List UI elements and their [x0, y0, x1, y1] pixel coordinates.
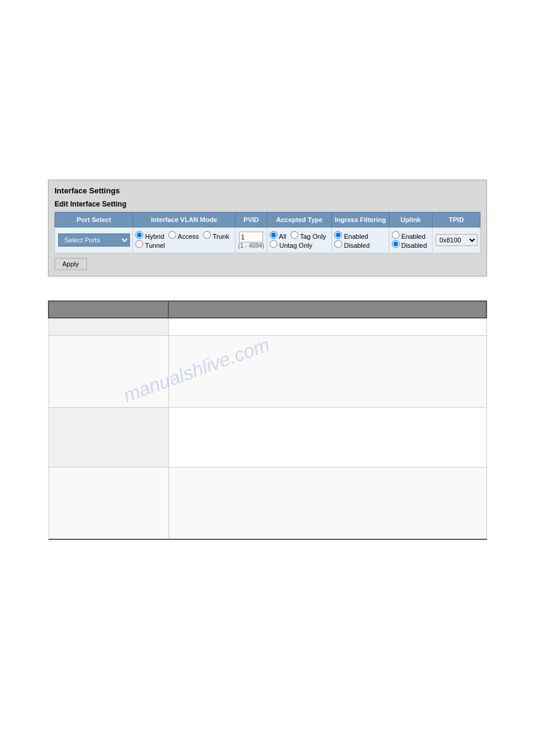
- pvid-range: (1 - 4094): [238, 242, 264, 249]
- vlan-trunk-radio[interactable]: [203, 231, 211, 239]
- row1-col1: [49, 318, 168, 336]
- ingress-enabled-radio[interactable]: [334, 231, 342, 239]
- accepted-tagonly-radio[interactable]: [291, 231, 298, 239]
- ingress-disabled-radio[interactable]: [334, 240, 342, 248]
- accepted-untagonly-label[interactable]: Untag Only: [270, 242, 312, 249]
- row3-col2: [168, 408, 486, 467]
- accepted-untagonly-radio[interactable]: [270, 240, 277, 248]
- table-row: [49, 408, 486, 467]
- ingress-disabled-label[interactable]: Disabled: [334, 242, 370, 249]
- apply-button[interactable]: Apply: [55, 258, 87, 270]
- table-row: Select Ports Hybrid Access: [55, 227, 480, 253]
- uplink-radio-group: Enabled Disabled: [392, 231, 430, 249]
- table-row: [49, 318, 486, 336]
- table-row: [49, 467, 486, 539]
- vlan-hybrid-label[interactable]: Hybrid: [135, 233, 166, 240]
- vlan-access-radio[interactable]: [168, 231, 176, 239]
- vlan-tunnel-radio[interactable]: [135, 240, 143, 248]
- uplink-enabled-radio[interactable]: [392, 231, 400, 239]
- vlan-mode-radio-group: Hybrid Access Trunk Tunnel: [135, 231, 232, 249]
- accepted-all-radio[interactable]: [270, 231, 277, 239]
- tpid-cell: 0x8100 0x88A8 0x9100: [433, 227, 480, 253]
- pvid-cell: (1 - 4094): [235, 227, 267, 253]
- settings-table: Port Select Interface VLAN Mode PVID Acc…: [55, 212, 480, 253]
- col-uplink: Uplink: [389, 212, 433, 227]
- table-row: [49, 336, 486, 408]
- interface-settings-title: Interface Settings: [55, 186, 480, 195]
- accepted-tagonly-label[interactable]: Tag Only: [291, 233, 326, 240]
- bottom-table-col2-header: [168, 301, 486, 318]
- port-select-cell: Select Ports: [55, 227, 133, 253]
- ingress-enabled-label[interactable]: Enabled: [334, 233, 368, 240]
- col-ingress-filtering: Ingress Filtering: [332, 212, 389, 227]
- row4-col2: [168, 467, 486, 539]
- interface-settings-box: Interface Settings Edit Interface Settin…: [48, 180, 487, 277]
- col-vlan-mode: Interface VLAN Mode: [133, 212, 235, 227]
- uplink-disabled-label[interactable]: Disabled: [392, 242, 427, 249]
- vlan-hybrid-radio[interactable]: [135, 231, 143, 239]
- bottom-table-container: [48, 300, 487, 540]
- row4-col1: [49, 467, 168, 539]
- select-ports-dropdown[interactable]: Select Ports: [58, 233, 130, 247]
- col-pvid: PVID: [235, 212, 267, 227]
- vlan-trunk-label[interactable]: Trunk: [203, 233, 229, 240]
- uplink-cell: Enabled Disabled: [389, 227, 433, 253]
- pvid-input[interactable]: [239, 232, 263, 242]
- col-tpid: TPID: [433, 212, 480, 227]
- row2-col1: [49, 336, 168, 408]
- uplink-disabled-radio[interactable]: [392, 240, 400, 248]
- col-accepted-type: Accepted Type: [267, 212, 332, 227]
- row2-col2: [168, 336, 486, 408]
- vlan-access-label[interactable]: Access: [168, 233, 201, 240]
- tpid-select[interactable]: 0x8100 0x88A8 0x9100: [436, 234, 477, 246]
- row1-col2: [168, 318, 486, 336]
- accepted-type-cell: All Tag Only Untag Only: [267, 227, 332, 253]
- bottom-table-col1-header: [49, 301, 168, 318]
- ingress-radio-group: Enabled Disabled: [334, 231, 386, 249]
- accepted-type-radio-group: All Tag Only Untag Only: [270, 231, 329, 249]
- col-port-select: Port Select: [55, 212, 133, 227]
- uplink-enabled-label[interactable]: Enabled: [392, 233, 425, 240]
- edit-interface-label: Edit Interface Setting: [55, 200, 480, 208]
- vlan-tunnel-label[interactable]: Tunnel: [135, 242, 165, 249]
- ingress-filtering-cell: Enabled Disabled: [332, 227, 389, 253]
- vlan-mode-cell: Hybrid Access Trunk Tunnel: [133, 227, 235, 253]
- accepted-all-label[interactable]: All: [270, 233, 288, 240]
- bottom-table: [48, 300, 487, 540]
- row3-col1: [49, 408, 168, 467]
